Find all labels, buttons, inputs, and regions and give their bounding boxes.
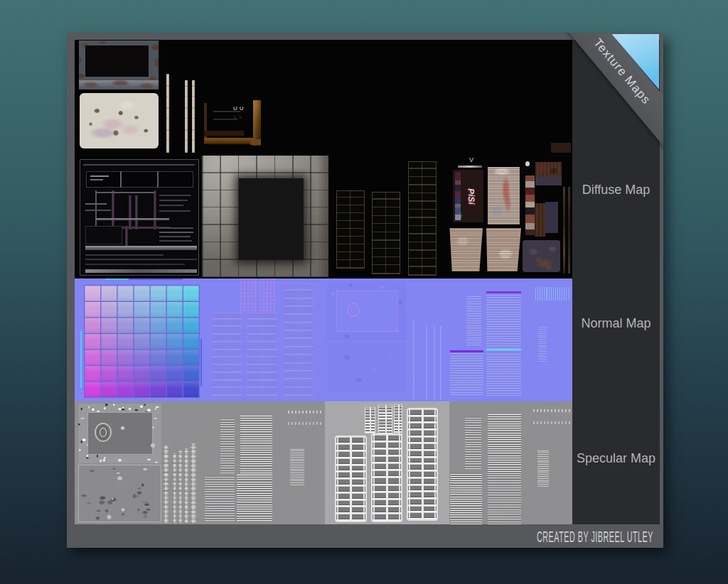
svg-text:CREATED BY JIBREEL UTLEY: CREATED BY JIBREEL UTLEY bbox=[537, 527, 653, 546]
